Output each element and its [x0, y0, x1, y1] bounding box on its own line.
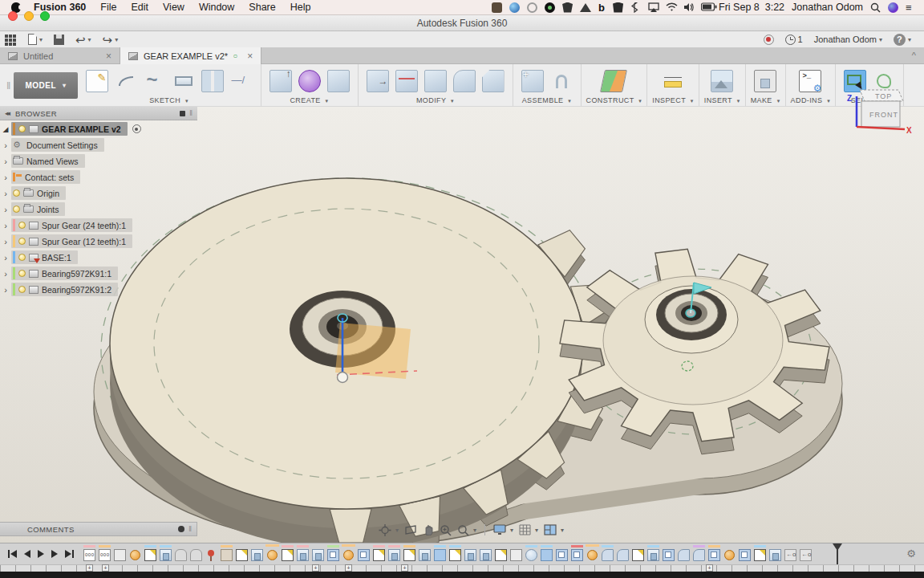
spotlight-search-icon[interactable] — [870, 2, 881, 13]
menu-file[interactable]: File — [100, 2, 116, 13]
minimize-window-button[interactable] — [24, 11, 34, 21]
fillet-feature[interactable] — [693, 549, 705, 561]
expand-chevron-icon[interactable]: › — [0, 189, 11, 198]
new-design-button[interactable]: ▾ — [28, 34, 43, 45]
visibility-bulb-icon[interactable] — [18, 286, 26, 293]
joint-feature[interactable] — [800, 549, 812, 561]
sketch-feature[interactable] — [754, 549, 766, 561]
browser-item[interactable]: ›Bearing5972K91:2 — [0, 282, 197, 297]
gear-feature[interactable] — [129, 549, 141, 561]
extrude-feature[interactable] — [251, 549, 263, 561]
comments-grip-icon[interactable]: ‖ — [188, 525, 192, 533]
gear-feature[interactable] — [723, 549, 736, 561]
arc-icon[interactable] — [115, 70, 137, 92]
close-window-button[interactable] — [8, 11, 18, 21]
shield-check-icon[interactable] — [613, 2, 623, 13]
pan-button[interactable] — [423, 524, 434, 535]
stamp-feature[interactable] — [221, 549, 233, 561]
extrude-feature[interactable] — [464, 549, 476, 561]
display-settings-button[interactable]: ▾ — [493, 524, 513, 535]
grid-and-snaps-button[interactable]: ▾ — [519, 524, 538, 535]
sphere-feature[interactable] — [525, 549, 537, 561]
comments-dock-icon[interactable] — [178, 526, 184, 532]
sketch-feature[interactable] — [236, 549, 248, 561]
construction-plane-icon[interactable] — [600, 70, 627, 92]
activate-component-radio[interactable] — [132, 124, 141, 133]
browser-item[interactable]: ›Named Views — [0, 153, 197, 169]
group-feature[interactable] — [99, 549, 111, 561]
expand-group-marker[interactable]: + — [706, 564, 713, 572]
ribbon-group-label[interactable]: ASSEMBLE ▾ — [518, 96, 576, 104]
cube-feature[interactable] — [510, 549, 522, 561]
expand-group-marker[interactable]: + — [86, 564, 93, 572]
visibility-bulb-icon[interactable] — [13, 206, 20, 213]
visibility-bulb-icon[interactable] — [18, 222, 26, 229]
extrude-feature[interactable] — [769, 549, 781, 561]
ribbon-group-label[interactable]: INSERT ▾ — [704, 96, 740, 104]
ribbon-group-label[interactable]: CREATE ▾ — [266, 96, 353, 104]
sketch-feature[interactable] — [495, 549, 507, 561]
joint-feature[interactable] — [784, 549, 796, 561]
expand-chevron-icon[interactable]: › — [0, 237, 11, 246]
timeline-settings-gear-icon[interactable]: ⚙ — [906, 547, 916, 560]
panel-dock-icon[interactable] — [180, 111, 185, 116]
spline-icon[interactable] — [144, 70, 166, 92]
panel-grip-icon[interactable]: ‖ — [189, 109, 192, 117]
expand-group-marker[interactable]: + — [102, 564, 109, 572]
joint-icon[interactable] — [550, 70, 573, 92]
browser-root-row[interactable]: ◢ GEAR EXAMPLE v2 — [0, 121, 197, 136]
play-button[interactable] — [38, 550, 44, 558]
gear-feature[interactable] — [342, 549, 355, 561]
combine-feature[interactable] — [663, 549, 675, 561]
orbit-button[interactable]: ▾ — [379, 524, 399, 536]
extrude-feature[interactable] — [419, 549, 431, 561]
menu-edit[interactable]: Edit — [131, 2, 148, 13]
zoom-window-button[interactable] — [40, 11, 50, 21]
timeline-playhead[interactable] — [833, 543, 842, 565]
cube-feature[interactable] — [114, 549, 126, 561]
visibility-bulb-icon[interactable] — [18, 238, 26, 245]
airplay-icon[interactable] — [648, 2, 659, 13]
browser-item[interactable]: ›Bearing5972K91:1 — [0, 266, 197, 281]
timeline-ruler[interactable]: ++++++ — [0, 564, 924, 572]
view-cube[interactable]: TOP FRONT Z X — [836, 79, 913, 138]
ribbon-group-label[interactable]: ADD-INS ▾ — [791, 96, 831, 104]
close-tab-icon[interactable]: × — [237, 51, 253, 62]
zoom-button[interactable] — [440, 524, 452, 536]
go-to-end-button[interactable] — [65, 550, 74, 558]
drive-icon[interactable] — [580, 3, 591, 12]
extrude-feature[interactable] — [160, 549, 172, 561]
go-to-start-button[interactable] — [8, 550, 17, 558]
volume-icon[interactable] — [683, 2, 694, 13]
wifi-icon[interactable] — [666, 2, 676, 13]
expand-group-marker[interactable]: + — [345, 564, 352, 572]
expand-chevron-icon[interactable]: › — [0, 285, 11, 295]
expand-chevron-icon[interactable]: › — [0, 253, 11, 263]
look-at-button[interactable] — [404, 524, 417, 535]
paintbrush-icon[interactable] — [492, 2, 502, 13]
expand-chevron-icon[interactable]: › — [0, 140, 11, 150]
record-button[interactable] — [764, 35, 774, 45]
combine-feature[interactable] — [327, 549, 339, 561]
battery-icon[interactable] — [701, 2, 711, 13]
expand-chevron-icon[interactable]: › — [0, 157, 11, 166]
ribbon-group-label[interactable]: INSPECT ▾ — [652, 96, 693, 104]
document-tab-1[interactable]: Untitled× — [0, 47, 120, 64]
collapse-toolbar-chevron[interactable]: ^ — [912, 51, 924, 63]
sketch-feature[interactable] — [373, 549, 385, 561]
menu-view[interactable]: View — [163, 2, 184, 13]
insert-image-icon[interactable] — [711, 70, 733, 92]
combine-feature[interactable] — [708, 549, 720, 561]
extrude-feature[interactable] — [647, 549, 659, 561]
fit-button[interactable]: ▾ — [457, 524, 476, 536]
expand-group-marker[interactable]: + — [312, 564, 319, 572]
fillet-feature[interactable] — [678, 549, 690, 561]
menu-share[interactable]: Share — [249, 2, 275, 13]
sketch-feature[interactable] — [282, 549, 294, 561]
expand-chevron-icon[interactable]: › — [0, 173, 11, 182]
revolve-feature[interactable] — [190, 549, 202, 561]
visibility-bulb-icon[interactable] — [18, 270, 26, 277]
fillet-feature[interactable] — [617, 549, 629, 561]
shield-5-icon[interactable] — [562, 2, 573, 13]
expand-chevron-icon[interactable]: › — [0, 205, 11, 214]
